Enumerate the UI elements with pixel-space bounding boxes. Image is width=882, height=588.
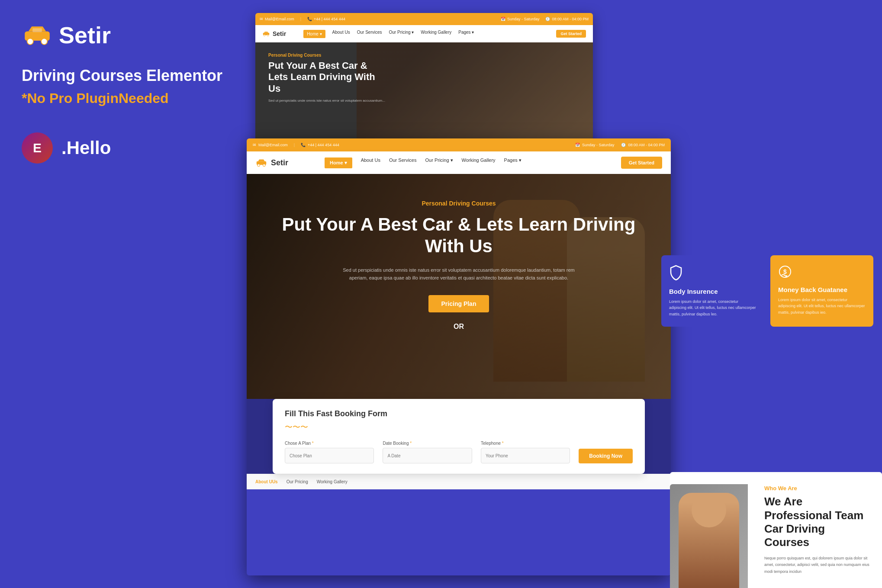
calendar-icon: 📅 bbox=[501, 17, 505, 21]
sm-nav-gallery[interactable]: Working Gallery bbox=[462, 157, 496, 168]
money-back-card-title: Money Back Guatanee bbox=[778, 286, 866, 293]
who-we-are-image bbox=[670, 484, 748, 588]
sm-hero-or: OR bbox=[268, 323, 649, 331]
sm-plan-label: Chose A Plan * bbox=[285, 441, 374, 446]
st-hero-desc: Sed ut perspiciatis unde omnis iste natu… bbox=[268, 99, 407, 103]
insurance-card-desc: Lorem ipsum dolor sit amet, consectetur … bbox=[669, 299, 756, 317]
right-section: ✉ Mail@Email.com | 📞 +44 | 444 454 444 📅… bbox=[247, 0, 882, 588]
elementor-icon: E bbox=[22, 132, 53, 164]
sm-hero: Personal Driving Courses Put Your A Best… bbox=[247, 174, 671, 399]
sm-email-item: ✉ Mail@Email.com bbox=[253, 143, 288, 147]
st-hero-content: Personal Driving Courses Put Your A Best… bbox=[255, 42, 593, 113]
sm-pricing-plan-btn[interactable]: Pricing Plan bbox=[428, 295, 489, 312]
money-icon: $ bbox=[778, 265, 866, 282]
tagline-sub: *No Pro PluginNeeded bbox=[22, 90, 225, 106]
svg-text:$: $ bbox=[783, 268, 787, 275]
st-nav-logo: Setir bbox=[262, 30, 286, 37]
st-hero-title: Put Your A Best Car & Lets Learn Driving… bbox=[268, 60, 381, 94]
left-panel: Setir Driving Courses Elementor *No Pro … bbox=[0, 0, 247, 588]
sm-booking-fields: Chose A Plan * Date Booking * bbox=[285, 441, 633, 463]
screenshot-main: ✉ Mail@Email.com | 📞 +44 | 444 454 444 📅… bbox=[247, 138, 671, 575]
st-nav-about[interactable]: About Us bbox=[332, 30, 350, 38]
sm-date-field: Date Booking * bbox=[383, 441, 472, 463]
feature-card-money-back: $ Money Back Guatanee Lorem ipsum dolor … bbox=[770, 255, 873, 327]
feature-cards-container: Body Insurence Lorem ipsum dolor sit ame… bbox=[661, 255, 873, 327]
clock-icon: 🕗 bbox=[545, 17, 550, 21]
sm-navbar: Setir Home ▾ About Us Our Services Our P… bbox=[247, 151, 671, 174]
sm-topbar: ✉ Mail@Email.com | 📞 +44 | 444 454 444 📅… bbox=[247, 138, 671, 151]
svg-point-1 bbox=[27, 39, 33, 45]
st-nav-services[interactable]: Our Services bbox=[357, 30, 382, 38]
st-nav-links: Home ▾ About Us Our Services Our Pricing… bbox=[303, 30, 474, 38]
st-topbar: ✉ Mail@Email.com | 📞 +44 | 444 454 444 📅… bbox=[255, 13, 593, 25]
sm-bottom-nav: About UUs Our Pricing Working Gallery bbox=[247, 474, 671, 489]
st-hero-subtitle: Personal Driving Courses bbox=[268, 53, 580, 58]
sm-get-started-btn[interactable]: Get Started bbox=[621, 157, 662, 169]
envelope-icon: ✉ bbox=[260, 17, 263, 21]
logo-area: Setir bbox=[22, 22, 225, 48]
sm-bottom-nav-pricing[interactable]: Our Pricing bbox=[286, 479, 308, 484]
svg-point-5 bbox=[264, 35, 265, 36]
sm-date-input[interactable] bbox=[383, 448, 472, 463]
sm-calendar-icon: 📅 bbox=[575, 143, 580, 147]
sm-plan-required: * bbox=[312, 441, 314, 446]
sm-nav-logo: Setir bbox=[255, 158, 288, 167]
st-topbar-right: 📅 Sunday - Saturday 🕗 08:00 AM - 04:00 P… bbox=[501, 17, 589, 21]
shield-icon bbox=[669, 265, 756, 283]
sm-phone-field: Telephone * bbox=[481, 441, 570, 463]
sm-phone-icon: 📞 bbox=[301, 143, 306, 147]
svg-point-9 bbox=[263, 164, 266, 167]
phone-icon: 📞 bbox=[307, 17, 312, 21]
st-phone-item: 📞 +44 | 444 454 444 bbox=[307, 17, 345, 21]
sm-phone-label: Telephone * bbox=[481, 441, 570, 446]
sm-nav-about[interactable]: About Us bbox=[361, 157, 380, 168]
sm-booking-title: Fill This Fast Booking Form bbox=[285, 409, 633, 418]
who-we-are-desc: Neque porro quisquam est, qui dolorem ip… bbox=[764, 555, 870, 575]
sm-time-item: 🕗 08:00 AM - 04:00 PM bbox=[621, 143, 665, 147]
who-we-are-section: Who We Are We Are Professional Team Car … bbox=[670, 472, 882, 588]
sm-date-required: * bbox=[410, 441, 412, 446]
sm-hero-title: Put Your A Best Car & Lets Learn Driving… bbox=[268, 214, 649, 257]
sm-clock-icon: 🕗 bbox=[621, 143, 626, 147]
sm-topbar-right: 📅 Sunday - Saturday 🕗 08:00 AM - 04:00 P… bbox=[575, 143, 665, 147]
sm-nav-pricing[interactable]: Our Pricing ▾ bbox=[425, 157, 453, 168]
sm-bottom-nav-gallery[interactable]: Working Gallery bbox=[317, 479, 348, 484]
sm-nav-services[interactable]: Our Services bbox=[389, 157, 417, 168]
insurance-card-title: Body Insurence bbox=[669, 288, 756, 295]
svg-point-2 bbox=[41, 39, 47, 45]
sm-bottom-nav-about[interactable]: About UUs bbox=[255, 479, 278, 484]
sm-hero-desc: Sed ut perspiciatis unde omnis iste natu… bbox=[333, 266, 584, 282]
who-we-are-label: Who We Are bbox=[764, 485, 870, 492]
svg-rect-3 bbox=[32, 28, 42, 32]
sm-nav-pages[interactable]: Pages ▾ bbox=[504, 157, 521, 168]
sm-nav-home[interactable]: Home ▾ bbox=[325, 157, 352, 168]
st-nav-home[interactable]: Home ▾ bbox=[303, 30, 325, 38]
sm-plan-field: Chose A Plan * bbox=[285, 441, 374, 463]
st-get-started-btn[interactable]: Get Started bbox=[556, 30, 586, 38]
car-logo-icon bbox=[22, 24, 53, 46]
st-nav-pages[interactable]: Pages ▾ bbox=[458, 30, 474, 38]
hello-row: E .Hello bbox=[22, 132, 225, 164]
sm-envelope-icon: ✉ bbox=[253, 143, 256, 147]
st-hours-item: 📅 Sunday - Saturday bbox=[501, 17, 540, 21]
sm-booking-submit-btn[interactable]: Booking Now bbox=[579, 449, 633, 463]
st-time-item: 🕗 08:00 AM - 04:00 PM bbox=[545, 17, 589, 21]
tagline-main: Driving Courses Elementor bbox=[22, 66, 225, 86]
hello-text: .Hello bbox=[61, 138, 111, 158]
topbar-divider: | bbox=[300, 17, 301, 21]
st-email-item: ✉ Mail@Email.com bbox=[260, 17, 294, 21]
sm-phone-item: 📞 +44 | 444 454 444 bbox=[301, 143, 339, 147]
sm-plan-input[interactable] bbox=[285, 448, 374, 463]
money-back-card-desc: Lorem ipsum dolor sit amet, consectetur … bbox=[778, 297, 866, 315]
sm-date-label: Date Booking * bbox=[383, 441, 472, 446]
svg-point-8 bbox=[258, 164, 260, 167]
sm-phone-input[interactable] bbox=[481, 448, 570, 463]
sm-hours-item: 📅 Sunday - Saturday bbox=[575, 143, 615, 147]
st-nav-pricing[interactable]: Our Pricing ▾ bbox=[389, 30, 414, 38]
st-nav-gallery[interactable]: Working Gallery bbox=[421, 30, 451, 38]
sm-topbar-divider: | bbox=[294, 143, 295, 147]
sm-hero-subtitle: Personal Driving Courses bbox=[268, 200, 649, 207]
sm-booking-form: Fill This Fast Booking Form 〜〜〜 Chose A … bbox=[273, 399, 645, 474]
sm-hero-content: Personal Driving Courses Put Your A Best… bbox=[247, 174, 671, 357]
sm-phone-required: * bbox=[502, 441, 504, 446]
